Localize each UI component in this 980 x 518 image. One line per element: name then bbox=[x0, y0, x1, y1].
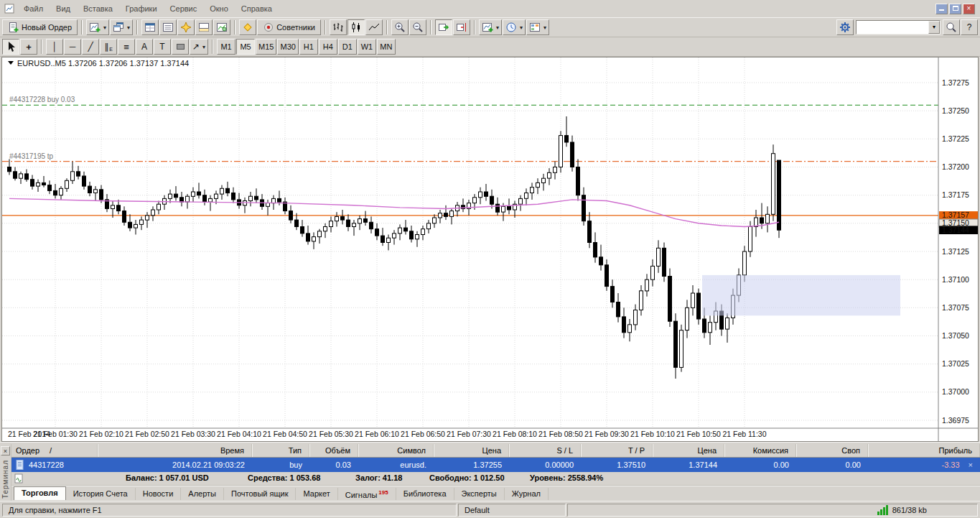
search-button[interactable] bbox=[943, 19, 960, 35]
experts-button[interactable]: Советники bbox=[257, 19, 321, 35]
text-label-button[interactable]: T bbox=[154, 39, 171, 55]
svg-text:21 Feb 02:10: 21 Feb 02:10 bbox=[79, 430, 123, 438]
zoom-out-button[interactable] bbox=[409, 19, 426, 35]
period-button-mn[interactable]: MN bbox=[377, 39, 396, 55]
terminal-tab[interactable]: Эксперты bbox=[454, 488, 505, 500]
terminal-tab[interactable]: Алерты bbox=[181, 488, 224, 500]
period-button-h4[interactable]: H4 bbox=[319, 39, 337, 55]
period-button-m30[interactable]: M30 bbox=[277, 39, 298, 55]
period-button-m15[interactable]: M15 bbox=[256, 39, 276, 55]
auto-scroll-button[interactable] bbox=[435, 19, 452, 35]
status-profile[interactable]: Default bbox=[458, 504, 566, 517]
text-button[interactable]: A bbox=[136, 39, 153, 55]
shapes-button[interactable] bbox=[172, 39, 189, 55]
periods-dropdown-button[interactable]: ▾ bbox=[503, 19, 526, 35]
column-header[interactable]: Своп bbox=[796, 444, 868, 457]
help-button[interactable]: ? bbox=[961, 19, 978, 35]
bar-chart-button[interactable] bbox=[330, 19, 347, 35]
svg-text:21 Feb 02:50: 21 Feb 02:50 bbox=[125, 430, 169, 438]
vertical-line-button[interactable]: │ bbox=[46, 39, 63, 55]
terminal-tab[interactable]: Торговля bbox=[14, 486, 66, 500]
data-window-icon bbox=[162, 22, 174, 33]
balance-icon bbox=[14, 473, 23, 484]
crosshair-button[interactable]: + bbox=[20, 39, 37, 55]
column-header[interactable]: T / P bbox=[581, 444, 653, 457]
settings-button[interactable] bbox=[836, 19, 854, 35]
combo-dropdown-button[interactable]: ▾ bbox=[928, 21, 940, 34]
terminal-tabs: ТорговляИстория СчетаНовостиАлертыПочтов… bbox=[11, 486, 980, 500]
horizontal-line-icon: ─ bbox=[70, 42, 76, 51]
candlestick-chart-button[interactable] bbox=[347, 19, 365, 35]
zoom-in-button[interactable] bbox=[391, 19, 409, 35]
menu-item[interactable]: Справка bbox=[235, 1, 279, 16]
cell-ticket[interactable]: 44317228 bbox=[11, 458, 98, 472]
trendline-button[interactable]: ╱ bbox=[82, 39, 99, 55]
restore-button[interactable] bbox=[949, 4, 961, 14]
menu-item[interactable]: Окно bbox=[203, 1, 235, 16]
menu-item[interactable]: Файл bbox=[17, 1, 50, 16]
terminal-tab[interactable]: Почтовый ящик bbox=[224, 488, 296, 500]
price-chart[interactable]: 1.372751.372501.372251.372001.371751.371… bbox=[2, 57, 978, 441]
data-window-button[interactable] bbox=[159, 19, 177, 35]
terminal-tab[interactable]: Журнал bbox=[505, 488, 549, 500]
column-header[interactable]: Символ bbox=[358, 444, 434, 457]
fibonacci-button[interactable]: ≡ bbox=[118, 39, 135, 55]
terminal-tab[interactable]: Сигналы195 bbox=[338, 488, 396, 500]
toolbar-separator bbox=[136, 20, 138, 34]
close-position-icon[interactable]: × bbox=[969, 461, 973, 469]
terminal-close-button[interactable]: × bbox=[1, 446, 10, 455]
menu-item[interactable]: Сервис bbox=[164, 1, 204, 16]
auto-scroll-icon bbox=[438, 22, 449, 33]
column-header[interactable]: Объём bbox=[309, 444, 358, 457]
period-button-m5[interactable]: M5 bbox=[236, 39, 255, 55]
close-button[interactable]: × bbox=[963, 4, 975, 14]
terminal-tab[interactable]: Новости bbox=[136, 488, 182, 500]
column-header[interactable]: Цена bbox=[434, 444, 509, 457]
new-chart-button[interactable]: ▾ bbox=[86, 19, 109, 35]
column-header[interactable]: Цена bbox=[653, 444, 724, 457]
indicators-button[interactable]: ▾ bbox=[479, 19, 502, 35]
chart-window[interactable]: 1.372751.372501.372251.372001.371751.371… bbox=[1, 57, 979, 442]
profiles-button[interactable]: ▾ bbox=[110, 19, 133, 35]
new-order-button[interactable]: Новый Ордер bbox=[2, 19, 78, 35]
balance-item: Свободно: 1 012.50 bbox=[429, 473, 505, 482]
equidistant-channel-button[interactable]: ∥ E bbox=[100, 39, 117, 55]
period-button-w1[interactable]: W1 bbox=[358, 39, 376, 55]
menu-item[interactable]: Графики bbox=[119, 1, 164, 16]
terminal-tab[interactable]: История Счета bbox=[66, 488, 136, 500]
period-button-h1[interactable]: H1 bbox=[299, 39, 318, 55]
metaeditor-button[interactable] bbox=[239, 19, 256, 35]
menu-item[interactable]: Вставка bbox=[77, 1, 119, 16]
menu-item[interactable]: Вид bbox=[50, 1, 77, 16]
terminal-tab[interactable]: Библиотека bbox=[396, 488, 454, 500]
terminal-button[interactable] bbox=[195, 19, 213, 35]
strategy-tester-button[interactable] bbox=[213, 19, 230, 35]
navigator-button[interactable] bbox=[177, 19, 195, 35]
chart-shift-button[interactable] bbox=[453, 19, 470, 35]
toolbar-separator bbox=[234, 20, 235, 34]
column-header[interactable]: Время bbox=[98, 444, 252, 457]
column-header[interactable]: S / L bbox=[509, 444, 581, 457]
column-header[interactable]: Комиссия bbox=[724, 444, 796, 457]
profiles-icon bbox=[113, 22, 124, 33]
minimize-button[interactable] bbox=[935, 4, 948, 14]
templates-button[interactable]: ▾ bbox=[526, 19, 549, 35]
cursor-button[interactable] bbox=[2, 39, 19, 55]
svg-text:1.37175: 1.37175 bbox=[942, 190, 969, 199]
order-row[interactable]: 443172282014.02.21 09:03:22buy0.03eurusd… bbox=[11, 458, 980, 472]
period-button-d1[interactable]: D1 bbox=[338, 39, 357, 55]
status-connection: 861/38 kb bbox=[567, 504, 978, 517]
column-header[interactable]: Прибыль bbox=[868, 444, 980, 457]
arrows-button[interactable]: ↗ ▾ bbox=[190, 39, 208, 55]
search-input[interactable] bbox=[857, 22, 928, 33]
standard-toolbar: Новый Ордер ▾ ▾ bbox=[0, 18, 980, 37]
horizontal-line-button[interactable]: ─ bbox=[64, 39, 81, 55]
period-button-m1[interactable]: M1 bbox=[217, 39, 235, 55]
market-watch-button[interactable] bbox=[141, 19, 159, 35]
line-chart-button[interactable] bbox=[365, 19, 383, 35]
column-header[interactable]: Тип bbox=[252, 444, 309, 457]
terminal-tab[interactable]: Маркет bbox=[296, 488, 337, 500]
cell-open-price: 1.37255 bbox=[434, 458, 509, 472]
vertical-line-icon: │ bbox=[52, 42, 57, 51]
column-header[interactable]: Ордер/ bbox=[11, 444, 98, 457]
